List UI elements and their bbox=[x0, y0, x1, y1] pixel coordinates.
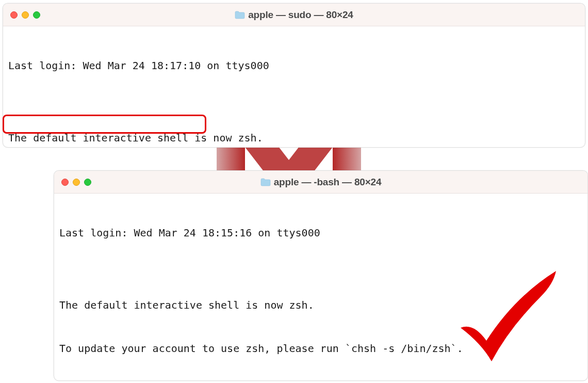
window-title: apple — -bash — 80×24 bbox=[274, 177, 382, 188]
terminal-output[interactable]: Last login: Wed Mar 24 18:15:16 on ttys0… bbox=[54, 194, 587, 381]
traffic-lights bbox=[10, 11, 40, 19]
title-center: apple — -bash — 80×24 bbox=[54, 177, 587, 188]
terminal-output[interactable]: Last login: Wed Mar 24 18:17:10 on ttys0… bbox=[3, 26, 585, 148]
minimize-traffic-light[interactable] bbox=[22, 11, 29, 19]
traffic-lights bbox=[61, 179, 91, 186]
maximize-traffic-light[interactable] bbox=[33, 11, 40, 19]
term-line: The default interactive shell is now zsh… bbox=[59, 298, 582, 312]
titlebar[interactable]: apple — -bash — 80×24 bbox=[54, 171, 587, 194]
term-line: To update your account to use zsh, pleas… bbox=[59, 341, 582, 356]
close-traffic-light[interactable] bbox=[10, 11, 18, 19]
terminal-window-bash: apple — -bash — 80×24 Last login: Wed Ma… bbox=[54, 170, 588, 381]
window-title: apple — sudo — 80×24 bbox=[248, 9, 353, 21]
minimize-traffic-light[interactable] bbox=[73, 179, 80, 186]
term-line: Last login: Wed Mar 24 18:15:16 on ttys0… bbox=[59, 226, 582, 240]
folder-icon bbox=[260, 178, 271, 186]
close-traffic-light[interactable] bbox=[61, 179, 69, 186]
term-line: The default interactive shell is now zsh… bbox=[8, 131, 580, 145]
term-line: Last login: Wed Mar 24 18:17:10 on ttys0… bbox=[8, 58, 580, 73]
title-center: apple — sudo — 80×24 bbox=[3, 9, 585, 21]
maximize-traffic-light[interactable] bbox=[84, 179, 91, 186]
folder-icon bbox=[235, 11, 245, 19]
titlebar[interactable]: apple — sudo — 80×24 bbox=[3, 4, 585, 26]
terminal-window-sudo: apple — sudo — 80×24 Last login: Wed Mar… bbox=[3, 3, 585, 148]
